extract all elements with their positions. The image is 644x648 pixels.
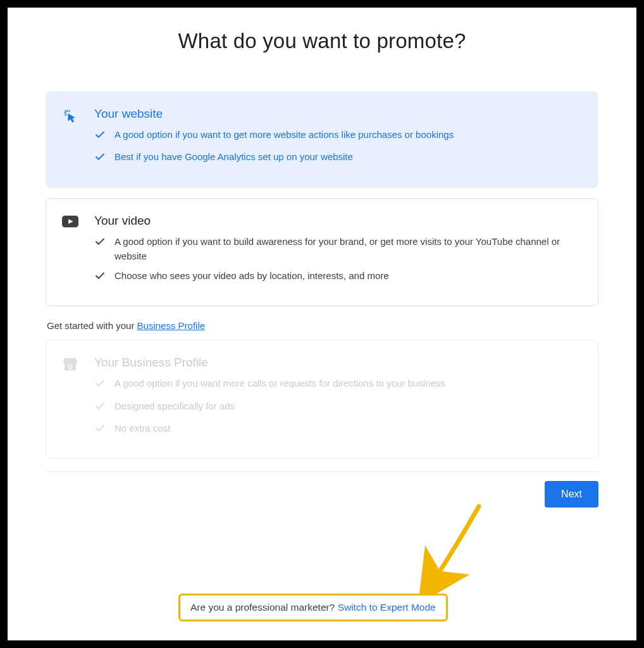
checkmark-icon (94, 234, 106, 251)
business-profile-link[interactable]: Business Profile (137, 320, 206, 331)
option-bullet: Choose who sees your video ads by locati… (115, 268, 389, 283)
option-card-video[interactable]: Your video A good option if you want to … (46, 198, 598, 307)
next-button[interactable]: Next (545, 481, 598, 508)
helper-text: Get started with your Business Profile (47, 320, 598, 331)
option-bullet: A good option if you want to get more we… (115, 127, 454, 142)
page-container: What do you want to promote? Your websit… (8, 8, 636, 640)
switch-expert-mode-link[interactable]: Switch to Expert Mode (338, 602, 436, 613)
option-title: Your video (94, 214, 580, 228)
option-bullet: Designed specifically for ads (115, 399, 235, 413)
youtube-icon (61, 214, 79, 228)
checkmark-icon (94, 376, 106, 393)
option-bullet: A good option if you want to build aware… (115, 234, 580, 264)
option-title: Your Business Profile (94, 356, 580, 370)
expert-mode-prefix: Are you a professional marketer? (190, 602, 338, 613)
cursor-click-icon (61, 107, 79, 123)
option-title: Your website (94, 107, 580, 121)
checkmark-icon (94, 399, 106, 416)
checkmark-icon (94, 127, 106, 144)
storefront-icon: G (61, 356, 79, 371)
option-card-business-profile: G Your Business Profile A good option if… (46, 340, 598, 459)
divider (46, 471, 598, 472)
page-title: What do you want to promote? (46, 29, 598, 53)
expert-mode-callout: Are you a professional marketer? Switch … (178, 594, 448, 621)
helper-prefix: Get started with your (47, 320, 137, 331)
svg-text:G: G (68, 363, 73, 370)
checkmark-icon (94, 421, 106, 438)
option-card-website[interactable]: Your website A good option if you want t… (46, 91, 598, 188)
checkmark-icon (94, 149, 106, 166)
option-bullet: No extra cost (115, 421, 170, 435)
option-bullet: Best if you have Google Analytics set up… (115, 149, 353, 164)
option-bullet: A good option if you want more calls or … (115, 376, 445, 390)
annotation-arrow-icon (419, 501, 488, 596)
checkmark-icon (94, 268, 106, 285)
